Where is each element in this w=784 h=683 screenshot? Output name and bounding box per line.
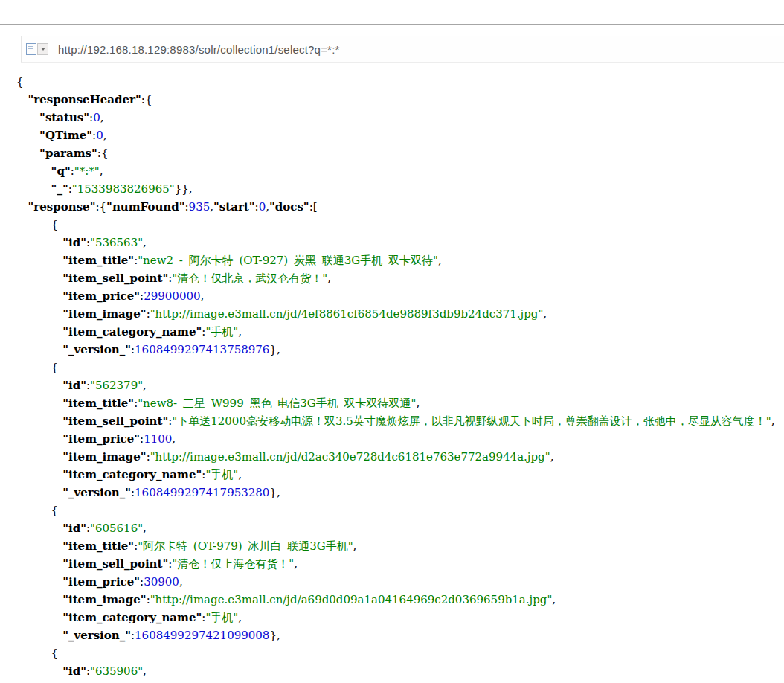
json-punctuation: }}, — [175, 182, 193, 196]
json-key: "item_title" — [62, 539, 134, 553]
json-line: "response":{"numFound":935,"start":0,"do… — [16, 198, 784, 216]
json-key: "id" — [62, 236, 86, 249]
json-line: "item_sell_point":"清仓！仅北京，武汉仓有货！", — [16, 269, 784, 287]
json-punctuation — [16, 182, 51, 196]
json-punctuation: , — [543, 307, 547, 321]
json-punctuation — [16, 450, 62, 464]
json-punctuation — [16, 164, 51, 178]
json-punctuation — [16, 129, 39, 142]
json-key: "item_category_name" — [62, 468, 202, 481]
text-caret — [54, 44, 54, 55]
address-url-text[interactable]: http://192.168.18.129:8983/solr/collecti… — [58, 43, 340, 56]
json-key: "_version_" — [62, 486, 131, 499]
json-line: "item_image":"http://image.e3mall.cn/jd/… — [16, 591, 784, 609]
json-line: "item_image":"http://image.e3mall.cn/jd/… — [16, 305, 784, 323]
browser-chrome-gap — [0, 0, 784, 24]
json-line: "item_category_name":"手机", — [16, 323, 784, 341]
json-key: "response" — [28, 200, 96, 214]
json-punctuation: , — [100, 111, 104, 124]
json-key: "item_image" — [62, 450, 147, 464]
json-punctuation — [16, 289, 62, 303]
json-punctuation — [16, 486, 62, 499]
json-line: "item_price":29900000, — [16, 287, 784, 305]
json-key: "item_category_name" — [62, 325, 202, 339]
json-line: { — [16, 644, 784, 662]
json-string-value: "http://image.e3mall.cn/jd/d2ac340e728d4… — [150, 450, 550, 464]
json-punctuation — [16, 432, 62, 446]
json-response-body: { "responseHeader":{ "status":0, "QTime"… — [10, 63, 784, 680]
json-punctuation: { — [16, 504, 58, 517]
json-key: "_version_" — [62, 629, 131, 642]
json-string-value: "562379" — [90, 379, 143, 392]
json-key: "item_image" — [62, 307, 147, 321]
json-key: "id" — [62, 664, 86, 678]
json-punctuation — [16, 272, 62, 285]
json-key: "_version_" — [62, 343, 131, 356]
json-punctuation: { — [16, 647, 58, 660]
json-punctuation — [16, 664, 62, 678]
json-punctuation — [16, 343, 62, 356]
json-punctuation: , — [103, 129, 107, 142]
json-key: "item_sell_point" — [62, 557, 168, 571]
json-string-value: "*:*" — [74, 164, 100, 178]
json-line: "item_price":30900, — [16, 573, 784, 591]
json-line: "id":"605616", — [16, 519, 784, 537]
json-line: "item_image":"http://image.e3mall.cn/jd/… — [16, 448, 784, 466]
json-punctuation: , — [353, 539, 357, 553]
json-punctuation — [16, 468, 62, 481]
json-line: "params":{ — [16, 144, 784, 162]
json-key: "item_title" — [62, 397, 134, 410]
json-line: "item_sell_point":"清仓！仅上海仓有货！", — [16, 555, 784, 573]
json-string-value: "605616" — [90, 522, 143, 535]
browser-viewport: http://192.168.18.129:8983/solr/collecti… — [10, 36, 784, 683]
json-key: "item_price" — [62, 432, 140, 446]
json-line: "q":"*:*", — [16, 162, 784, 180]
json-punctuation: , — [327, 272, 331, 285]
json-punctuation — [16, 629, 62, 642]
address-bar[interactable]: http://192.168.18.129:8983/solr/collecti… — [21, 36, 784, 63]
json-punctuation: , — [201, 289, 205, 303]
json-key: "_" — [51, 182, 68, 196]
json-string-value: "new8- 三星 W999 黑色 电信3G手机 双卡双待双通" — [138, 397, 416, 410]
json-punctuation: , — [100, 164, 103, 178]
json-punctuation: , — [143, 236, 147, 249]
json-punctuation: { — [16, 75, 24, 89]
json-punctuation — [16, 539, 62, 553]
json-string-value: "http://image.e3mall.cn/jd/4ef8861cf6854… — [150, 307, 544, 321]
json-line: "_version_":1608499297417953280}, — [16, 484, 784, 501]
json-punctuation — [16, 397, 62, 410]
json-string-value: "new2 - 阿尔卡特 (OT-927) 炭黑 联通3G手机 双卡双待" — [138, 254, 438, 267]
json-punctuation: , — [172, 432, 176, 446]
json-string-value: "阿尔卡特 (OT-979) 冰川白 联通3G手机" — [138, 539, 353, 553]
json-string-value: "http://image.e3mall.cn/jd/a69d0d09a1a04… — [150, 593, 553, 606]
json-string-value: "536563" — [90, 236, 143, 249]
json-punctuation: , — [438, 254, 442, 267]
json-number-value: 30900 — [144, 575, 179, 589]
json-punctuation: }, — [269, 486, 280, 499]
json-key: "item_image" — [62, 593, 147, 606]
json-punctuation: { — [16, 218, 58, 231]
json-key: "item_price" — [62, 289, 140, 303]
json-punctuation: }, — [269, 629, 280, 642]
json-punctuation: , — [238, 468, 242, 481]
json-number-value: 935 — [189, 200, 211, 214]
address-dropdown-button[interactable] — [37, 43, 48, 55]
json-string-value: "下单送12000毫安移动电源！双3.5英寸魔焕炫屏，以非凡视野纵观天下时局，尊… — [172, 414, 771, 428]
json-line: "QTime":0, — [16, 126, 784, 144]
json-key: "item_price" — [62, 575, 140, 589]
json-line: "item_title":"阿尔卡特 (OT-979) 冰川白 联通3G手机", — [16, 537, 784, 555]
json-punctuation: , — [143, 664, 147, 678]
json-line: { — [16, 501, 784, 519]
json-punctuation — [16, 147, 39, 160]
json-line: "responseHeader":{ — [16, 91, 784, 109]
json-number-value: 1608499297417953280 — [135, 486, 269, 499]
json-line: "id":"562379", — [16, 376, 784, 394]
json-key: "item_title" — [62, 254, 134, 267]
json-line: "_version_":1608499297413758976}, — [16, 341, 784, 359]
json-line: { — [16, 359, 784, 376]
json-line: "id":"536563", — [16, 234, 784, 251]
json-punctuation — [16, 593, 62, 606]
json-punctuation: , — [143, 522, 147, 535]
json-line: "item_category_name":"手机", — [16, 609, 784, 626]
json-line: "item_sell_point":"下单送12000毫安移动电源！双3.5英寸… — [16, 412, 784, 430]
